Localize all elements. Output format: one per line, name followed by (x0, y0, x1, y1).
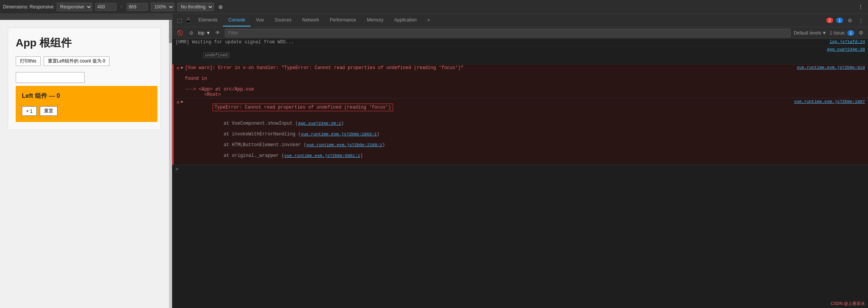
error-badge: 2 (826, 18, 833, 23)
throttle-select[interactable]: No throttling (177, 3, 214, 11)
dimensions-label: Dimensions: Responsive (3, 4, 54, 10)
tab-memory[interactable]: Memory (362, 14, 389, 26)
devtools-more-button[interactable]: ⋮ (857, 17, 865, 24)
prompt-icon: > (175, 166, 179, 172)
undefined-badge: undefined (203, 53, 229, 58)
undefined-content: undefined (175, 47, 827, 63)
zoom-select[interactable]: 100% (151, 3, 174, 11)
console-toolbar: 🚫 ⊘ top ▼ 👁 Default levels ▼ 1 Issue: 1 … (172, 27, 868, 39)
hmr-source[interactable]: log.js?1afd:24 (830, 40, 865, 44)
expand-triangle-2[interactable]: ▶ (181, 99, 183, 104)
devtools-inspect-icon[interactable]: ⬚ (175, 16, 183, 24)
tab-more[interactable]: » (422, 14, 436, 26)
more-options-button[interactable]: ⋮ (857, 3, 865, 11)
app-title: App 根组件 (16, 36, 153, 50)
trace-source-2[interactable]: vue.runtime.esm.js?2b0e:1863:1 (301, 132, 377, 137)
top-toolbar: Dimensions: Responsive Responsive × 100%… (0, 0, 868, 14)
preview-content: App 根组件 打印this 重置Left组件的 count 值为 0 Left… (0, 20, 172, 308)
tab-application[interactable]: Application (389, 14, 422, 26)
devtools-tab-icons: 2 1 ⚙ ⋮ (826, 17, 865, 24)
preview-scrollbar[interactable] (169, 20, 172, 308)
clear-console-button[interactable]: 🚫 (175, 29, 185, 36)
app-card: App 根组件 打印this 重置Left组件的 count 值为 0 Left… (8, 28, 161, 130)
preview-panel: App 根组件 打印this 重置Left组件的 count 值为 0 Left… (0, 14, 172, 308)
hmr-message: [HMR] Waiting for update signal from WDS… (175, 40, 830, 45)
dimension-times: × (120, 4, 124, 10)
typeerror-content: TypeError: Cannot read properties of und… (185, 99, 794, 164)
app-buttons-row: 打印this 重置Left组件的 count 值为 0 (16, 56, 153, 66)
watermark: CSDN @上善若水 (831, 301, 865, 306)
error-icon-2: ⊗ (177, 99, 180, 105)
devtools-device-icon[interactable]: 📱 (183, 16, 193, 24)
console-eye-button[interactable]: 👁 (214, 29, 222, 36)
console-line-undefined: undefined App.vue?234e:38 (172, 46, 868, 64)
device-toolbar-options[interactable]: ⊛ (217, 3, 224, 11)
left-reset-button[interactable]: 重置 (40, 106, 57, 116)
devtools-panel: ⬚ 📱 Elements Console Vue Sources Network… (172, 14, 868, 308)
tab-vue[interactable]: Vue (251, 14, 269, 26)
tab-performance[interactable]: Performance (324, 14, 362, 26)
trace-source-3[interactable]: vue.runtime.esm.js?2b0e:2188:1 (306, 143, 382, 147)
dimensions-select[interactable]: Responsive (57, 3, 92, 11)
trace-source-1[interactable]: App.vue?234e:39:1 (298, 121, 341, 126)
console-line-vue-warn: ⊗ ▶ [Vue warn]: Error in v-on handler: "… (172, 64, 868, 99)
tab-network[interactable]: Network (297, 14, 324, 26)
console-filter-input[interactable] (225, 29, 791, 37)
console-line-hmr: [HMR] Waiting for update signal from WDS… (172, 39, 868, 46)
ruler-horizontal (0, 14, 172, 20)
settings-icon-button[interactable]: ⚙ (846, 17, 854, 24)
console-context-selector[interactable]: top ▼ (198, 30, 211, 36)
error-icon-1: ⊗ (177, 65, 180, 71)
tab-sources[interactable]: Sources (269, 14, 297, 26)
issues-badge: 1 (847, 30, 854, 36)
typeerror-message: TypeError: Cannot read properties of und… (213, 104, 393, 111)
app-text-input[interactable] (16, 72, 85, 83)
left-component: Left 组件 --- 0 + 1 重置 (16, 86, 157, 122)
trace-line-2: at invokeWithErrorHandling (vue.runtime.… (213, 132, 380, 137)
undefined-source[interactable]: App.vue?234e:38 (827, 47, 865, 52)
width-input[interactable] (95, 3, 116, 11)
console-content[interactable]: [HMR] Waiting for update signal from WDS… (172, 39, 868, 308)
console-prompt[interactable]: > (172, 165, 868, 174)
trace-line-3: at HTMLButtonElement.invoker (vue.runtim… (213, 142, 385, 148)
increment-button[interactable]: + 1 (22, 106, 37, 116)
tab-elements[interactable]: Elements (193, 14, 223, 26)
vue-warn-source[interactable]: vue.runtime.esm.js?2b0e:619 (797, 65, 865, 70)
info-badge: 1 (836, 18, 843, 23)
expand-triangle-1[interactable]: ▶ (181, 65, 183, 70)
context-chevron: ▼ (206, 30, 211, 36)
devtools-tabs: ⬚ 📱 Elements Console Vue Sources Network… (172, 14, 868, 27)
trace-line-4: at original._wrapper (vue.runtime.esm.js… (213, 153, 363, 158)
height-input[interactable] (127, 3, 148, 11)
print-this-button[interactable]: 打印this (16, 56, 41, 66)
vue-warn-message: [Vue warn]: Error in v-on handler: "Type… (185, 65, 797, 97)
console-line-typeerror: ⊗ ▶ TypeError: Cannot read properties of… (172, 99, 868, 165)
trace-line-1: at VueComponent.showInput (App.vue?234e:… (213, 121, 344, 126)
console-settings-button[interactable]: ⚙ (857, 29, 865, 36)
console-filter-toggle[interactable]: ⊘ (188, 29, 195, 36)
context-label: top (198, 30, 205, 36)
left-component-title: Left 组件 --- 0 (22, 92, 151, 100)
left-btn-row: + 1 重置 (22, 106, 151, 116)
scrollbar-thumb[interactable] (169, 20, 172, 43)
main-container: App 根组件 打印this 重置Left组件的 count 值为 0 Left… (0, 14, 868, 308)
tab-console[interactable]: Console (223, 14, 251, 26)
reset-left-button[interactable]: 重置Left组件的 count 值为 0 (44, 56, 110, 66)
typeerror-source[interactable]: vue.runtime.esm.js?2b0e:1897 (794, 99, 865, 104)
trace-source-4[interactable]: vue.runtime.esm.js?2b0e:6961:1 (284, 153, 360, 158)
console-levels-selector[interactable]: Default levels ▼ (794, 30, 827, 36)
console-issues: 1 Issue: 1 (830, 30, 854, 36)
